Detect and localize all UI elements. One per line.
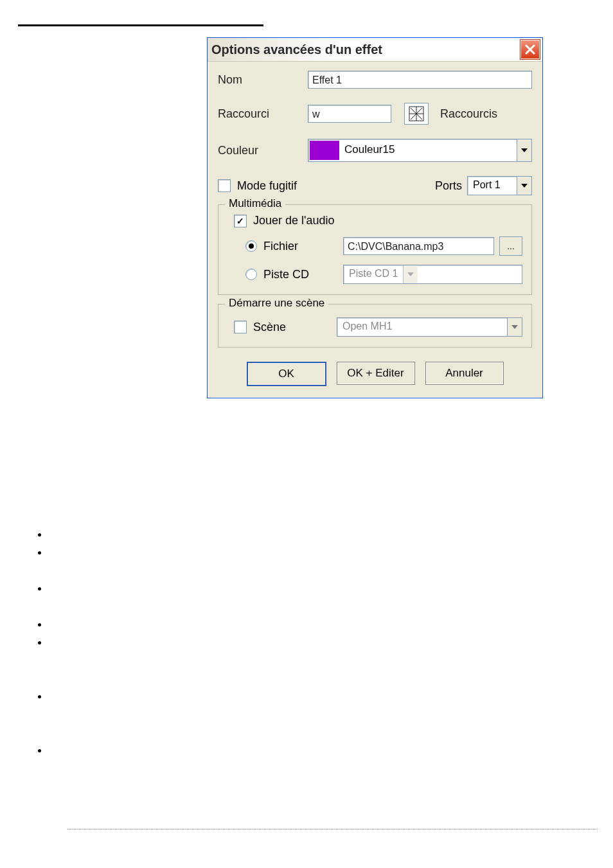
radio-icon — [245, 269, 257, 280]
file-path-input[interactable]: C:\DVC\Banana.mp3 — [343, 237, 494, 255]
name-row: Nom Effet 1 — [218, 71, 532, 89]
multimedia-legend: Multimédia — [225, 197, 285, 210]
scene-dropdown: Open MH1 — [337, 317, 522, 337]
color-swatch — [310, 141, 339, 160]
mode-ports-row: Mode fugitif Ports Port 1 — [218, 176, 532, 195]
keyboard-icon — [408, 105, 425, 122]
ports-dropdown[interactable]: Port 1 — [467, 176, 532, 195]
ports-group: Ports Port 1 — [435, 176, 532, 195]
cancel-button[interactable]: Annuler — [425, 362, 504, 385]
dropdown-arrow-icon — [517, 139, 531, 161]
ports-label: Ports — [435, 179, 462, 193]
cd-track-radio-label: Piste CD — [263, 268, 309, 281]
bullet-list — [36, 527, 49, 761]
dialog-title: Options avancées d'un effet — [211, 42, 382, 57]
file-row: Fichier C:\DVC\Banana.mp3 ... — [227, 236, 522, 256]
browse-button[interactable]: ... — [499, 236, 522, 256]
cd-track-value: Piste CD 1 — [344, 265, 403, 283]
ports-value: Port 1 — [468, 177, 517, 195]
close-icon — [525, 44, 535, 55]
scene-row: Scène Open MH1 — [227, 317, 522, 337]
ok-button[interactable]: OK — [247, 362, 326, 386]
color-label: Couleur — [218, 144, 308, 157]
file-radio[interactable]: Fichier — [245, 240, 343, 253]
titlebar[interactable]: Options avancées d'un effet — [208, 38, 542, 62]
shortcut-label: Raccourci — [218, 107, 308, 121]
checkbox-box-icon — [218, 179, 231, 192]
footer-rule — [67, 829, 598, 829]
color-name: Couleur15 — [341, 139, 517, 161]
section-rule — [18, 24, 263, 26]
multimedia-group: Multimédia Jouer de l'audio Fichier C:\D… — [218, 204, 532, 295]
file-radio-label: Fichier — [263, 240, 298, 253]
shortcut-input[interactable]: w — [308, 105, 391, 123]
mode-fugitif-label: Mode fugitif — [237, 179, 297, 193]
close-button[interactable] — [520, 40, 540, 59]
play-audio-label: Jouer de l'audio — [253, 214, 335, 227]
scene-checkbox[interactable]: Scène — [234, 321, 337, 334]
color-dropdown[interactable]: Couleur15 — [308, 139, 532, 162]
name-input[interactable]: Effet 1 — [308, 71, 532, 89]
dialog-buttons: OK OK + Editer Annuler — [218, 362, 532, 386]
scene-label: Scène — [253, 321, 286, 334]
play-audio-checkbox[interactable]: Jouer de l'audio — [234, 214, 522, 227]
shortcut-picker-button[interactable] — [404, 103, 429, 125]
cd-track-row: Piste CD Piste CD 1 — [227, 265, 522, 284]
checkbox-box-icon — [234, 215, 247, 227]
dropdown-arrow-icon — [403, 265, 418, 283]
mode-fugitif-checkbox[interactable]: Mode fugitif — [218, 179, 297, 193]
dropdown-arrow-icon — [507, 318, 522, 336]
dropdown-arrow-icon — [517, 177, 531, 195]
checkbox-box-icon — [234, 321, 247, 333]
cd-track-dropdown: Piste CD 1 — [343, 265, 522, 284]
effect-options-dialog: Options avancées d'un effet Nom Effet 1 … — [207, 37, 543, 398]
shortcuts-link[interactable]: Raccourcis — [440, 107, 497, 121]
color-row: Couleur Couleur15 — [218, 139, 532, 162]
radio-icon — [245, 240, 257, 252]
start-scene-legend: Démarre une scène — [225, 297, 328, 310]
name-label: Nom — [218, 73, 308, 87]
scene-value: Open MH1 — [337, 318, 507, 336]
ok-edit-button[interactable]: OK + Editer — [337, 362, 415, 385]
start-scene-group: Démarre une scène Scène Open MH1 — [218, 304, 532, 348]
shortcut-row: Raccourci w Raccourcis — [218, 103, 532, 125]
cd-track-radio[interactable]: Piste CD — [245, 268, 343, 281]
